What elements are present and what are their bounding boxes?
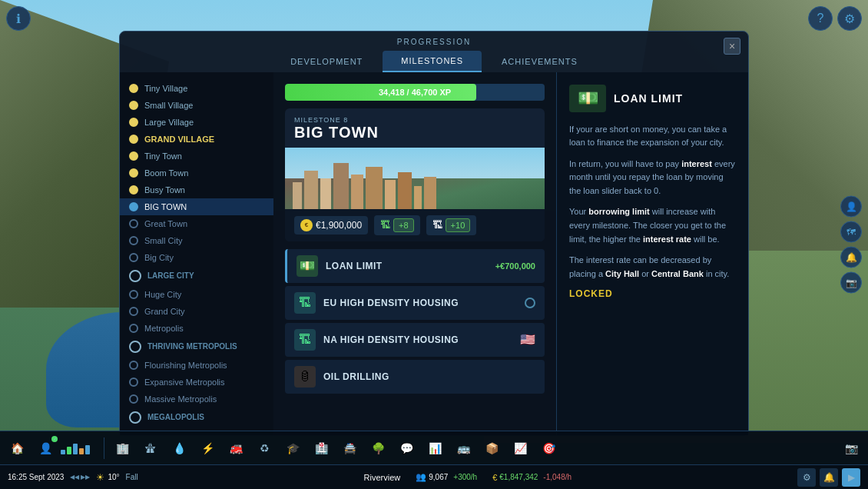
right-panel-desc-4: The interest rate can be decreased by pl… <box>569 254 736 281</box>
milestone-dot <box>129 378 138 387</box>
milestone-item[interactable]: Huge City <box>120 286 273 303</box>
milestone-item[interactable]: Big City <box>120 249 273 266</box>
toolbar-park-icon[interactable]: 🌳 <box>365 435 391 461</box>
population: 9,067 <box>429 473 448 481</box>
reward-row-name: OIL DRILLING <box>323 371 389 382</box>
milestone-dot <box>129 236 138 245</box>
milestone-item[interactable]: Tiny Town <box>120 148 273 165</box>
toolbar-police-icon[interactable]: 🚔 <box>336 435 363 461</box>
xp-progress-bar: 34,418 / 46,700 XP <box>285 84 545 101</box>
bottom-icon-3[interactable]: ▶ <box>842 468 860 487</box>
milestone-item-grand-village[interactable]: GRAND VILLAGE <box>120 131 273 148</box>
milestone-item[interactable]: Busy Town <box>120 181 273 198</box>
milestone-item[interactable]: Expansive Metropolis <box>120 374 273 391</box>
arrow-next[interactable]: ▶▶ <box>81 474 90 481</box>
milestone-section-megalopolis: MEGALOPOLIS <box>120 408 273 427</box>
taskbar-center: Riverview 👥 9,067 +300/h € €1,847,342 -1… <box>144 472 791 482</box>
reward-row-eu-housing[interactable]: 🏗 EU HIGH DENSITY HOUSING <box>285 286 545 320</box>
milestone-item-big-town[interactable]: BIG TOWN <box>120 198 273 215</box>
eu-housing-icon: 🏗 <box>294 292 316 314</box>
map-icon[interactable]: 🗺 <box>840 221 862 243</box>
close-button[interactable]: × <box>724 38 740 55</box>
toolbar-box-icon[interactable]: 📦 <box>479 435 505 461</box>
toolbar-bus-icon[interactable]: 🚌 <box>450 435 476 461</box>
milestone-rewards: € €1,900,000 🏗 +8 🏗 +10 <box>285 209 545 241</box>
arrow-prev[interactable]: ◀◀ <box>70 474 79 481</box>
reward-row-left: 🏗 NA HIGH DENSITY HOUSING <box>294 329 459 351</box>
toolbar-health-icon[interactable]: 🏥 <box>308 435 334 461</box>
milestone-item[interactable]: Small City <box>120 232 273 249</box>
milestone-item[interactable]: Great Town <box>120 215 273 232</box>
reward-row-name: EU HIGH DENSITY HOUSING <box>323 298 459 308</box>
top-right-buttons: ? ⚙ <box>808 6 862 31</box>
toolbar-home-icon[interactable]: 🏠 <box>4 435 30 461</box>
top-bar: ℹ ? ⚙ <box>6 6 862 31</box>
toolbar-chart-icon[interactable]: 📊 <box>422 435 448 461</box>
building <box>424 177 436 209</box>
milestone-section-large-city: LARGE CITY <box>120 266 273 286</box>
bottom-icon-1[interactable]: ⚙ <box>797 468 816 487</box>
right-side-icons: 👤 🗺 🔔 📷 <box>840 196 862 294</box>
milestones-list: Tiny Village Small Village Large Village… <box>120 80 273 427</box>
milestone-dot <box>129 361 138 370</box>
help-button[interactable]: ? <box>808 6 833 31</box>
toolbar-edu-icon[interactable]: 🎓 <box>280 435 306 461</box>
milestone-dot <box>129 290 138 299</box>
bar-2 <box>67 447 71 454</box>
milestone-item[interactable]: Flourishing Metropolis <box>120 357 273 374</box>
milestone-dot <box>129 185 138 195</box>
toolbar-recycle-icon[interactable]: ♻ <box>251 435 277 461</box>
milestone-item[interactable]: Boom Town <box>120 165 273 181</box>
toolbar-stats-icon[interactable]: 📈 <box>507 435 533 461</box>
game-toolbar: 🏠 👤 ✓ 🏢 🛣 💧 ⚡ 🚒 ♻ 🎓 🏥 🚔 🌳 💬 📊 🚌 📦 📈 🎯 📷 <box>0 431 868 464</box>
toolbar-zone-icon[interactable]: 🏢 <box>109 435 135 461</box>
milestone-item[interactable]: Grand City <box>120 303 273 320</box>
notifications-icon[interactable]: 🔔 <box>840 247 862 268</box>
toolbar-chat-icon[interactable]: 💬 <box>393 435 419 461</box>
milestone-dot <box>129 118 138 127</box>
milestone-item[interactable]: Small Village <box>120 97 273 114</box>
money-value: €1,847,342 <box>499 473 538 481</box>
tab-milestones[interactable]: MILESTONES <box>383 51 482 72</box>
toolbar-water-icon[interactable]: 💧 <box>166 435 192 461</box>
reward-plus-8: 🏗 +8 <box>374 215 420 235</box>
reward-row-na-housing[interactable]: 🏗 NA HIGH DENSITY HOUSING 🇺🇸 <box>285 323 545 357</box>
bar-5 <box>85 445 90 454</box>
milestone-item[interactable]: Massive Metropolis <box>120 391 273 408</box>
right-panel-desc-3: Your borrowing limit will increase with … <box>569 205 736 246</box>
toolbar-fire-icon[interactable]: 🚒 <box>223 435 249 461</box>
milestone-item[interactable]: Tiny Village <box>120 80 273 97</box>
coin-icon: € <box>300 219 313 231</box>
reward-row-left: 🛢 OIL DRILLING <box>294 366 389 388</box>
milestone-name: BIG TOWN <box>294 124 535 141</box>
bottom-icon-2[interactable]: 🔔 <box>820 468 838 487</box>
reward-plus-badge-8: +8 <box>393 218 414 232</box>
reward-row-oil-drilling[interactable]: 🛢 OIL DRILLING <box>285 360 545 394</box>
tab-achievements[interactable]: ACHIEVEMENTS <box>483 51 596 72</box>
reward-row-loan-limit[interactable]: 💵 LOAN LIMIT +€700,000 <box>285 249 545 283</box>
modal-tabs: DEVELOPMENT MILESTONES ACHIEVEMENTS <box>120 46 748 72</box>
reward-row-name: LOAN LIMIT <box>326 261 383 271</box>
building <box>304 171 318 209</box>
milestone-dot <box>129 324 138 333</box>
reward-row-name: NA HIGH DENSITY HOUSING <box>323 334 459 345</box>
money-change: -1,048/h <box>543 473 571 481</box>
toolbar-road-icon[interactable]: 🛣 <box>137 435 164 461</box>
na-housing-icon: 🏗 <box>294 329 316 351</box>
camera-icon[interactable]: 📷 <box>840 272 862 294</box>
milestone-dot <box>129 394 138 404</box>
milestone-item[interactable]: Large Village <box>120 114 273 131</box>
settings-button[interactable]: ⚙ <box>837 6 862 31</box>
building <box>333 163 349 209</box>
toolbar-power-icon[interactable]: ⚡ <box>194 435 220 461</box>
toolbar-screenshot-icon[interactable]: 📷 <box>838 435 864 461</box>
milestone-dot <box>129 168 138 178</box>
toolbar-person-icon[interactable]: 👤 ✓ <box>32 435 58 461</box>
right-panel: 💵 LOAN LIMIT If your are short on money,… <box>556 72 748 435</box>
citizen-icon[interactable]: 👤 <box>840 196 862 218</box>
toolbar-target-icon[interactable]: 🎯 <box>535 435 562 461</box>
tab-development[interactable]: DEVELOPMENT <box>272 51 381 72</box>
milestone-item[interactable]: Metropolis <box>120 320 273 337</box>
info-button[interactable]: ℹ <box>6 6 31 31</box>
milestone-scene <box>285 148 545 209</box>
